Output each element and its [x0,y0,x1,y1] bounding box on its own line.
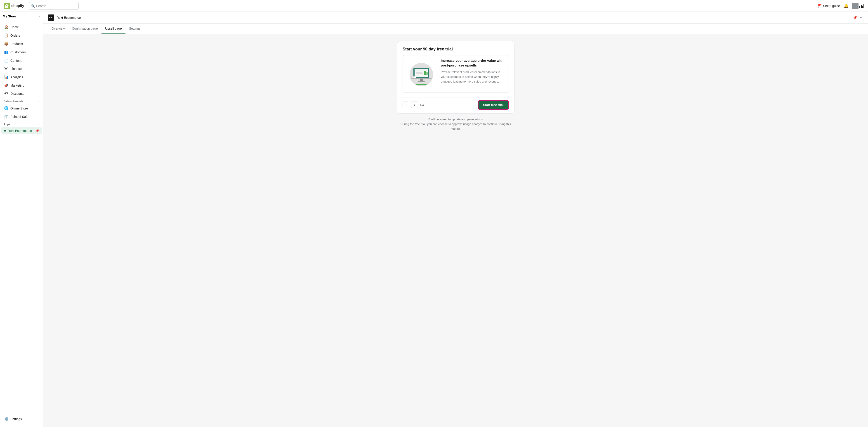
sidebar-item-finances[interactable]: 🏛 Finances [1,65,42,72]
app-active-dot [4,130,6,132]
svg-rect-11 [426,72,428,74]
trial-note-line1: You'll be asked to update app permission… [397,117,515,122]
app-header-left: ROKT Rokt Ecommerce [48,14,81,21]
store-name: My Store [3,14,16,18]
sidebar-item-home[interactable]: 🏠 Home [1,23,42,31]
more-options-button[interactable]: ⋯ [860,16,864,20]
main-layout: My Store ▼ 🏠 Home 📋 Orders 📦 Products 👥 … [0,12,868,427]
svg-rect-4 [418,81,425,82]
sidebar-item-marketing[interactable]: 📣 Marketing [1,82,42,89]
sales-channels-label: Sales channels [4,100,23,103]
store-selector[interactable]: My Store ▼ [0,12,43,21]
svg-rect-6 [414,69,428,77]
pin-icon: 📌 [36,129,39,132]
sidebar-item-analytics-label: Analytics [10,75,23,79]
sidebar-item-analytics[interactable]: 📊 Analytics [1,73,42,81]
avatar-group[interactable] [852,3,864,9]
tab-confirmation-page[interactable]: Confirmation page [68,24,101,34]
tab-settings[interactable]: Settings [125,24,144,34]
svg-rect-13 [412,77,415,77]
sidebar-item-products[interactable]: 📦 Products [1,40,42,48]
trial-card: Start your 90 day free trial [397,41,515,114]
pagination-controls: ‹ › 1/4 [403,101,424,108]
sidebar-item-content-label: Content [10,59,22,62]
shopify-wordmark: shopify [11,4,24,8]
point-of-sale-icon: 🛒 [4,115,8,119]
products-icon: 📦 [4,41,8,46]
app-header: ROKT Rokt Ecommerce 📌 ⋯ [43,12,868,24]
customers-icon: 👥 [4,50,8,54]
svg-rect-8 [416,72,422,72]
sidebar-item-rokt-ecommerce[interactable]: Rokt Ecommerce 📌 [1,127,42,134]
trial-text-block: Increase your average order value with p… [441,58,506,84]
app-header-name: Rokt Ecommerce [57,16,81,20]
sidebar-item-discounts[interactable]: 🏷 Discounts [1,90,42,97]
trial-card-footer: ‹ › 1/4 Start free trial [397,97,514,113]
sidebar-item-customers[interactable]: 👥 Customers [1,48,42,56]
trial-card-body: Start your 90 day free trial [397,41,514,97]
prev-page-button[interactable]: ‹ [403,101,409,108]
content-icon: 📄 [4,58,8,63]
apps-section: Apps › [0,121,43,127]
top-navigation: shopify 🔍 🚩 Setup guide 🔔 [0,0,868,12]
app-header-right: 📌 ⋯ [852,16,864,20]
svg-rect-15 [416,84,427,85]
page-indicator: 1/4 [420,103,424,107]
notifications-bell-icon[interactable]: 🔔 [844,3,848,8]
sidebar-item-settings-label: Settings [10,417,22,421]
search-container: 🔍 [29,2,137,10]
trial-card-title: Start your 90 day free trial [403,47,509,52]
search-input[interactable] [29,2,79,10]
apps-expand-icon[interactable]: › [38,123,39,126]
home-icon: 🏠 [4,25,8,29]
online-store-icon: 🌐 [4,106,8,110]
sidebar-item-orders-label: Orders [10,34,20,37]
start-free-trial-button[interactable]: Start free trial [478,100,509,110]
sidebar-item-point-of-sale[interactable]: 🛒 Point of Sale [1,113,42,121]
avatar [852,3,859,9]
trial-feature-desc: Provide relevant product recommendations… [441,70,506,84]
trial-feature-title: Increase your average order value with p… [441,58,506,68]
app-logo: ROKT [48,14,54,21]
sidebar-item-products-label: Products [10,42,23,46]
pin-header-button[interactable]: 📌 [852,16,857,20]
sidebar-item-online-store[interactable]: 🌐 Online Store [1,104,42,112]
svg-rect-14 [412,77,414,78]
sidebar-item-content[interactable]: 📄 Content [1,57,42,64]
setup-guide-label: Setup guide [823,4,840,8]
svg-rect-7 [416,70,424,71]
content-area: ROKT Rokt Ecommerce 📌 ⋯ Overview Confirm… [43,12,868,427]
finances-icon: 🏛 [4,67,8,71]
flag-icon: 🚩 [817,4,822,8]
chevron-down-icon: ▼ [38,15,40,18]
sidebar-item-customers-label: Customers [10,51,26,54]
sidebar-item-settings[interactable]: ⚙️ Settings [1,415,42,423]
trial-illustration [405,58,437,90]
trial-note-line2: During the free trial, you can choose to… [397,122,515,131]
topnav-right: 🚩 Setup guide 🔔 [817,3,864,9]
apps-label: Apps [4,123,10,126]
tabs-bar: Overview Confirmation page Upsell page S… [43,24,868,34]
trial-note: You'll be asked to update app permission… [397,117,515,131]
svg-rect-3 [420,79,423,82]
sales-channels-expand-icon[interactable]: › [38,99,39,103]
setup-guide-button[interactable]: 🚩 Setup guide [817,4,840,8]
tab-settings-label: Settings [129,27,141,30]
sidebar-item-finances-label: Finances [10,67,23,70]
svg-rect-10 [424,71,426,74]
orders-icon: 📋 [4,33,8,37]
tab-confirmation-label: Confirmation page [72,27,98,30]
page-content: Start your 90 day free trial [43,34,868,427]
shopify-logo: shopify [4,3,24,9]
trial-feature: Increase your average order value with p… [403,55,509,93]
bar-chart-icon [860,4,864,8]
sidebar-item-pos-label: Point of Sale [10,115,28,119]
sidebar-item-orders[interactable]: 📋 Orders [1,31,42,39]
analytics-icon: 📊 [4,75,8,79]
tab-overview[interactable]: Overview [48,24,68,34]
sidebar-item-rokt-label: Rokt Ecommerce [8,129,32,132]
tab-upsell-page[interactable]: Upsell page [101,24,125,34]
discounts-icon: 🏷 [4,92,8,96]
tab-upsell-label: Upsell page [105,27,122,30]
next-page-button[interactable]: › [411,101,418,108]
